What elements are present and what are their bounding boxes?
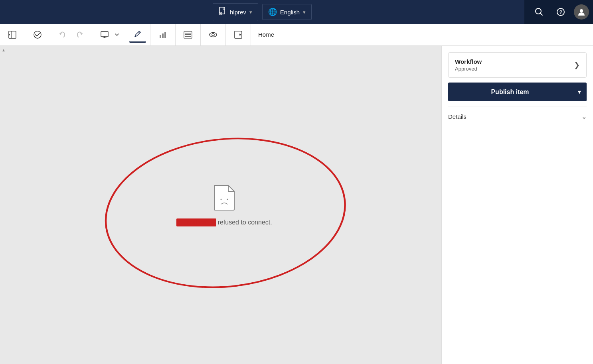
svg-text:?: ? [559,9,563,15]
app-dropdown-label: hlprev [230,9,246,16]
details-section: Details ⌄ [448,106,587,122]
toolbar-section-list [176,24,201,45]
globe-icon: 🌐 [268,8,277,16]
details-title: Details [448,113,466,120]
sad-file-icon [212,183,236,211]
top-bar-left: hlprev ▾ 🌐 English ▾ [0,3,524,21]
svg-point-8 [34,31,41,38]
svg-rect-9 [101,31,108,37]
toolbar-section-expand [226,24,251,45]
top-bar-icons: ? [524,0,593,24]
workflow-card[interactable]: Workflow Approved ❯ [448,52,587,78]
details-chevron: ⌄ [581,113,587,120]
top-bar: hlprev ▾ 🌐 English ▾ ? [0,0,593,24]
publish-button[interactable]: Publish item [448,83,572,101]
svg-rect-12 [164,32,166,38]
svg-rect-11 [162,33,164,38]
toolbar-section-chart [150,24,176,45]
publish-dropdown-button[interactable]: ▾ [572,83,587,101]
toggle-sidebar-button[interactable] [4,27,21,43]
toolbar: Home [0,24,593,46]
main-layout: ▲ localhost refused to connect. [0,46,593,364]
toolbar-section-undo-redo [50,24,92,45]
error-text-line: localhost refused to connect. [176,218,272,226]
toolbar-section-toggle [0,24,25,45]
language-dropdown-button[interactable]: 🌐 English ▾ [262,4,312,20]
search-button[interactable] [528,0,550,24]
language-chevron: ▾ [303,9,306,15]
toolbar-section-edit [125,24,150,45]
error-message: refused to connect. [218,219,272,226]
home-label-area: Home [251,31,281,38]
scroll-up-arrow[interactable]: ▲ [2,47,6,53]
expand-button[interactable] [230,27,247,43]
help-button[interactable]: ? [550,0,571,24]
workflow-info: Workflow Approved [455,58,482,72]
svg-point-18 [212,33,214,36]
svg-rect-10 [160,35,161,38]
check-button[interactable] [29,27,46,43]
workflow-title: Workflow [455,58,482,65]
app-dropdown-chevron: ▾ [249,9,252,15]
workflow-chevron: ❯ [574,61,580,69]
chart-button[interactable] [154,27,171,43]
publish-dropdown-chevron: ▾ [578,88,581,96]
redo-button[interactable] [71,27,88,43]
monitor-button[interactable] [96,27,113,43]
publish-button-group: Publish item ▾ [448,83,587,101]
list-button[interactable] [180,27,196,43]
app-dropdown-button[interactable]: hlprev ▾ [213,3,258,21]
svg-point-5 [580,9,583,12]
svg-point-20 [220,199,221,200]
preview-button[interactable] [205,27,221,43]
svg-point-21 [227,199,228,200]
language-label: English [280,9,300,16]
monitor-dropdown-button[interactable] [113,27,121,43]
content-area: localhost refused to connect. [7,46,441,364]
app-icon [219,7,227,18]
error-content: localhost refused to connect. [176,183,272,226]
undo-button[interactable] [54,27,71,43]
details-header[interactable]: Details ⌄ [448,111,587,122]
edit-button[interactable] [129,27,146,43]
workflow-status: Approved [455,66,482,72]
home-label: Home [251,31,281,38]
toolbar-section-view [92,24,125,45]
user-avatar-button[interactable] [574,4,589,20]
toolbar-section-check [25,24,50,45]
svg-point-17 [210,33,217,37]
redacted-text: localhost [176,218,216,226]
right-panel: Workflow Approved ❯ Publish item ▾ Detai… [441,46,593,364]
toolbar-section-eye [201,24,226,45]
left-scrollbar[interactable]: ▲ [0,46,7,364]
